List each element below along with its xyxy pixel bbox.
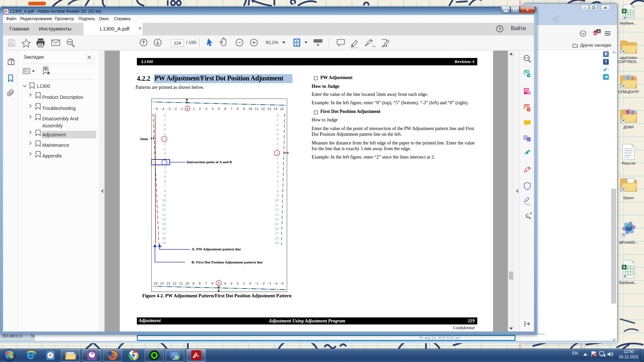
svg-text:10: 10: [275, 199, 279, 202]
svg-text:0: 0: [164, 152, 166, 156]
svg-text:-8: -8: [162, 114, 166, 118]
svg-text:11: 11: [162, 203, 166, 207]
svg-text:-7: -7: [162, 119, 166, 122]
svg-text:4: 4: [277, 171, 279, 174]
svg-text:17: 17: [275, 232, 279, 236]
svg-text:10: 10: [185, 282, 189, 286]
svg-text:10: 10: [248, 107, 252, 111]
svg-text:-5: -5: [275, 128, 279, 132]
svg-text:-5: -5: [162, 128, 166, 132]
svg-text:9: 9: [243, 107, 245, 111]
svg-text:-6: -6: [275, 123, 279, 127]
svg-text:2: 2: [164, 161, 166, 165]
svg-text:14: 14: [273, 107, 277, 111]
svg-text:13: 13: [162, 213, 166, 217]
svg-text:5: 5: [277, 175, 279, 179]
svg-text:-5: -5: [154, 107, 158, 111]
svg-text:12: 12: [172, 282, 176, 286]
svg-text:7: 7: [230, 107, 232, 111]
svg-text:6: 6: [211, 282, 213, 286]
svg-text:8: 8: [164, 189, 166, 193]
svg-text:4: 4: [598, 30, 599, 33]
svg-text:3: 3: [205, 107, 207, 111]
svg-text:9: 9: [193, 282, 195, 286]
svg-text:-4: -4: [275, 133, 279, 136]
svg-text:-2: -2: [162, 142, 166, 146]
svg-text:0: 0: [249, 282, 251, 286]
svg-text:5: 5: [218, 282, 220, 286]
svg-text:12: 12: [162, 208, 166, 212]
svg-text:4: 4: [164, 171, 166, 174]
svg-text:X: X: [623, 265, 626, 269]
svg-text:6: 6: [224, 107, 226, 111]
svg-text:14: 14: [160, 282, 164, 286]
svg-text:-4: -4: [160, 107, 164, 111]
svg-text:-4: -4: [162, 133, 166, 136]
svg-text:2: 2: [199, 107, 201, 111]
svg-text:4: 4: [212, 107, 214, 111]
svg-text:1: 1: [277, 157, 279, 160]
svg-text:11: 11: [255, 107, 259, 111]
svg-text:12: 12: [275, 208, 279, 212]
svg-text:17: 17: [162, 232, 166, 236]
svg-text:0: 0: [277, 152, 279, 156]
svg-text:19: 19: [275, 241, 279, 245]
svg-text:9: 9: [164, 194, 166, 198]
svg-text:13: 13: [275, 213, 279, 217]
svg-text:-2: -2: [261, 282, 265, 286]
svg-text:13: 13: [166, 282, 170, 286]
svg-text:X: X: [623, 9, 626, 13]
svg-text:5: 5: [218, 107, 220, 111]
svg-text:-3: -3: [166, 107, 170, 111]
svg-text:-1: -1: [179, 107, 183, 111]
svg-text:3: 3: [164, 166, 166, 170]
svg-text:5: 5: [164, 175, 166, 179]
svg-text:18: 18: [162, 237, 166, 240]
svg-text:0: 0: [186, 107, 189, 111]
svg-text:-1: -1: [162, 147, 166, 151]
svg-text:16: 16: [275, 227, 279, 231]
svg-text:15: 15: [162, 223, 166, 226]
svg-text:18: 18: [275, 237, 279, 240]
svg-text:1: 1: [193, 107, 195, 111]
svg-text:7: 7: [164, 185, 166, 188]
svg-text:14: 14: [162, 218, 166, 222]
svg-text:-1: -1: [275, 147, 279, 151]
svg-text:11: 11: [179, 282, 183, 286]
svg-text:8: 8: [199, 282, 201, 286]
svg-text:6: 6: [164, 180, 166, 184]
svg-text:3: 3: [230, 282, 232, 286]
svg-text:15: 15: [154, 282, 158, 286]
svg-text:15: 15: [280, 107, 284, 111]
svg-text:1: 1: [243, 282, 245, 286]
svg-text:9: 9: [277, 194, 279, 198]
svg-text:-3: -3: [275, 137, 279, 141]
svg-text:19: 19: [162, 241, 166, 245]
svg-text:7: 7: [277, 185, 279, 188]
svg-text:-2: -2: [173, 107, 177, 111]
svg-text:7: 7: [205, 282, 207, 286]
svg-text:13: 13: [267, 107, 271, 111]
svg-text:-4: -4: [273, 282, 277, 286]
svg-text:14: 14: [275, 218, 279, 222]
svg-text:2: 2: [236, 282, 238, 286]
svg-text:4: 4: [224, 282, 226, 286]
svg-text:10: 10: [162, 199, 166, 202]
svg-text:16: 16: [162, 227, 166, 231]
svg-text:3: 3: [277, 166, 279, 170]
svg-text:-5: -5: [280, 282, 284, 286]
svg-text:8: 8: [277, 189, 279, 193]
svg-text:-3: -3: [267, 282, 271, 286]
svg-text:6: 6: [277, 180, 279, 184]
svg-text:-1: -1: [255, 282, 259, 286]
svg-text:?: ?: [498, 26, 501, 32]
svg-text:-7: -7: [275, 119, 279, 122]
svg-text:-2: -2: [275, 142, 279, 146]
svg-text:2: 2: [277, 161, 279, 165]
svg-text:8: 8: [237, 107, 239, 111]
svg-text:12: 12: [261, 107, 265, 111]
svg-text:15: 15: [275, 223, 279, 226]
svg-text:11: 11: [275, 203, 279, 207]
svg-text:-6: -6: [162, 123, 166, 127]
svg-text:-8: -8: [275, 114, 279, 118]
